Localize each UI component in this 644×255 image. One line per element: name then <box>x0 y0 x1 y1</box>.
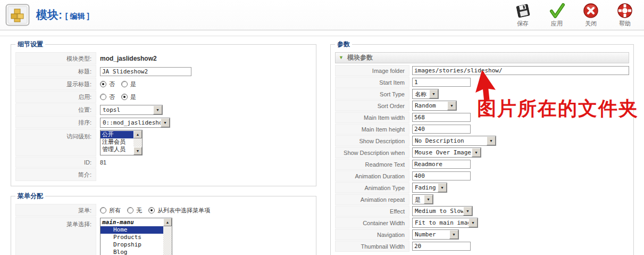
title-label: 标题: <box>15 65 96 77</box>
image-folder-row: Image folder <box>335 65 629 76</box>
animation-type-label: Animation Type <box>335 182 409 193</box>
menu-selection-row: 菜单选择: main-manu Home Products Dropship B… <box>15 217 312 255</box>
module-parameters-title: 模块参数 <box>347 53 373 62</box>
animation-type-select[interactable]: Fading▼ <box>412 183 447 193</box>
menus-row: 菜单: 所有 无 从列表中选择菜单项 <box>15 204 312 216</box>
close-button[interactable]: 关闭 <box>579 3 603 28</box>
thumbnail-width-input[interactable] <box>412 242 471 251</box>
order-row: 排序: 0::mod_jaslideshow ▼ <box>15 116 312 128</box>
container-width-select[interactable]: Fit to main image▼ <box>412 218 478 228</box>
close-icon <box>583 3 599 19</box>
access-option-special[interactable]: 管理人员 <box>101 146 133 153</box>
main-item-height-input[interactable] <box>412 125 471 134</box>
dropdown-arrow-icon: ▼ <box>449 230 458 239</box>
dropdown-arrow-icon: ▼ <box>429 89 438 98</box>
start-item-label: Start Item <box>335 77 409 88</box>
show-description-when-select[interactable]: Mouse Over Image▼ <box>412 147 481 158</box>
thumbnail-width-label: Thumbnail Width <box>335 241 409 252</box>
show-title-yes-radio[interactable] <box>121 81 128 87</box>
main-item-width-label: Main Item width <box>335 112 409 123</box>
main-item-width-row: Main Item width <box>335 112 629 123</box>
container-width-label: Container Width <box>335 217 409 228</box>
scroll-up-icon[interactable]: ▲ <box>133 130 142 138</box>
menus-all-radio[interactable] <box>100 207 106 213</box>
details-legend: 细节设置 <box>15 40 45 49</box>
show-description-label: Show Description <box>335 135 409 146</box>
menu-item-home[interactable]: Home <box>101 226 163 234</box>
apply-button[interactable]: 应用 <box>545 3 568 28</box>
scroll-up-icon[interactable]: ▲ <box>163 218 172 226</box>
start-item-input[interactable] <box>412 78 471 87</box>
menus-select-radio[interactable] <box>148 207 155 213</box>
menu-item-dropship[interactable]: Dropship <box>101 241 163 249</box>
module-type-value: mod_jaslideshow2 <box>100 55 157 62</box>
navigation-select[interactable]: Number▼ <box>412 229 459 240</box>
readmore-text-input[interactable] <box>412 160 471 169</box>
animation-repeat-select[interactable]: 是▼ <box>412 194 433 204</box>
main-item-height-row: Main Item height <box>335 124 629 135</box>
menus-none-radio[interactable] <box>127 207 133 213</box>
menu-item-products[interactable]: Products <box>101 234 163 241</box>
module-parameters-header[interactable]: ▼ 模块参数 <box>335 52 629 63</box>
access-option-registered[interactable]: 注册会员 <box>101 138 133 146</box>
menu-item-blog[interactable]: Blog <box>101 249 163 255</box>
help-button[interactable]: 帮助 <box>613 3 637 28</box>
enabled-row: 启用: 否 是 <box>15 91 312 103</box>
readmore-text-label: Readmore Text <box>335 159 409 170</box>
dropdown-arrow-icon: ▼ <box>153 105 162 114</box>
show-description-select[interactable]: No Description▼ <box>412 136 496 146</box>
sort-type-select[interactable]: 名称▼ <box>412 89 439 99</box>
start-item-row: Start Item <box>335 77 629 88</box>
scroll-down-icon[interactable]: ▼ <box>133 147 142 155</box>
show-title-no-label: 否 <box>109 80 115 88</box>
animation-type-row: Animation Type Fading▼ <box>335 182 629 193</box>
access-level-list[interactable]: 公开 注册会员 管理人员 ▲ ▼ <box>100 130 143 155</box>
order-label: 排序: <box>15 116 96 128</box>
floppy-disk-icon <box>515 3 531 19</box>
position-select[interactable]: topsl ▼ <box>100 105 163 115</box>
title-input[interactable] <box>100 67 191 76</box>
dropdown-arrow-icon: ▼ <box>438 183 447 192</box>
module-edit-page: 模块: [ 编辑 ] 保存 <box>0 0 644 255</box>
id-label: ID: <box>15 157 96 168</box>
readmore-text-row: Readmore Text <box>335 159 629 170</box>
access-level-label: 访问级别: <box>15 129 96 156</box>
navigation-row: Navigation Number▼ <box>335 229 629 240</box>
menu-selection-list[interactable]: main-manu Home Products Dropship Blog Pa… <box>100 218 172 255</box>
dropdown-arrow-icon: ▼ <box>161 118 170 127</box>
menu-group-main-menu: main-manu <box>101 219 163 226</box>
enabled-yes-label: 是 <box>130 93 136 101</box>
animation-repeat-row: Animation repeat 是▼ <box>335 194 629 205</box>
position-row: 位置: topsl ▼ <box>15 103 312 116</box>
order-select[interactable]: 0::mod_jaslideshow ▼ <box>100 118 170 128</box>
details-fieldset: 细节设置 模块类型: mod_jaslideshow2 标题: 显示标题: 否 <box>11 40 316 186</box>
menu-assignment-fieldset: 菜单分配 菜单: 所有 无 从列表中选择菜单项 菜单选择: <box>11 192 316 255</box>
menus-label: 菜单: <box>15 204 96 216</box>
image-folder-input[interactable] <box>412 66 629 75</box>
image-folder-label: Image folder <box>335 65 409 76</box>
main-item-width-input[interactable] <box>412 113 471 122</box>
id-row: ID: 81 <box>15 157 312 168</box>
show-description-when-row: Show Description when Mouse Over Image▼ <box>335 147 629 158</box>
menu-list-scrollbar[interactable]: ▲ <box>163 218 172 255</box>
menus-select-label: 从列表中选择菜单项 <box>157 207 210 215</box>
dropdown-arrow-icon: ▼ <box>424 195 433 204</box>
close-label: 关闭 <box>585 20 597 28</box>
sort-type-row: Sort Type 名称▼ <box>335 88 629 100</box>
submenu-bar <box>0 30 644 36</box>
sort-order-label: Sort Order <box>335 100 409 111</box>
effect-select[interactable]: Medium to Slow▼ <box>412 206 473 216</box>
module-type-row: 模块类型: mod_jaslideshow2 <box>15 52 312 64</box>
show-title-no-radio[interactable] <box>100 81 106 87</box>
page-header: 模块: [ 编辑 ] 保存 <box>0 0 644 30</box>
access-list-scrollbar[interactable]: ▲ ▼ <box>133 130 142 155</box>
save-button[interactable]: 保存 <box>511 3 534 28</box>
enabled-no-radio[interactable] <box>100 94 106 100</box>
enabled-no-label: 否 <box>109 93 115 101</box>
access-option-public[interactable]: 公开 <box>101 131 133 138</box>
animation-duration-row: Animation Duration <box>335 170 629 182</box>
sort-order-select[interactable]: Random▼ <box>412 101 457 111</box>
enabled-yes-radio[interactable] <box>121 94 128 100</box>
animation-duration-input[interactable] <box>412 171 471 180</box>
effect-row: Effect Medium to Slow▼ <box>335 205 629 217</box>
